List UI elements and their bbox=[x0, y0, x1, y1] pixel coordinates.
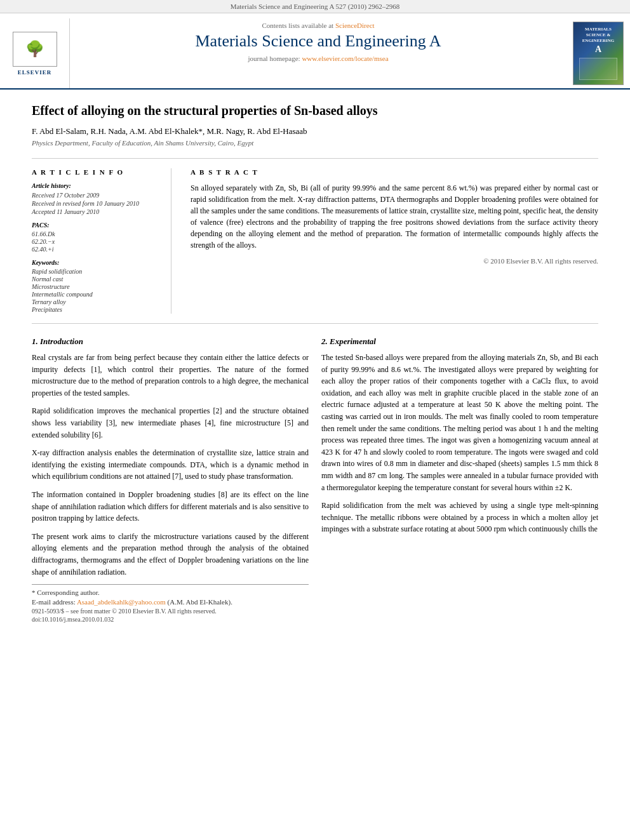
section1-paragraph5: The present work aims to clarify the mic… bbox=[32, 531, 309, 578]
abstract-column: A B S T R A C T Sn alloyed separately wi… bbox=[184, 168, 598, 314]
abstract-label: A B S T R A C T bbox=[191, 168, 598, 176]
article-info-label: A R T I C L E I N F O bbox=[32, 168, 158, 176]
keywords-label: Keywords: bbox=[32, 259, 158, 266]
journal-header: 🌳 ELSEVIER Contents lists available at S… bbox=[0, 13, 630, 90]
section1-paragraph4: The information contained in Doppler bro… bbox=[32, 489, 309, 524]
email-address: Asaad_abdelkahlk@yahoo.com bbox=[77, 598, 168, 606]
journal-cover-image: MATERIALS SCIENCE & ENGINEERING A bbox=[573, 22, 624, 85]
article-authors: F. Abd El-Salam, R.H. Nada, A.M. Abd El-… bbox=[32, 126, 598, 137]
cover-line-4: A bbox=[582, 44, 615, 55]
journal-name: Materials Science and Engineering A bbox=[76, 32, 560, 51]
revised-date: Received in revised form 10 January 2010 bbox=[32, 200, 158, 207]
journal-cover-section: MATERIALS SCIENCE & ENGINEERING A bbox=[566, 18, 630, 88]
email-label: E-mail address: bbox=[32, 598, 77, 606]
received-date: Received 17 October 2009 bbox=[32, 192, 158, 199]
keyword-3: Microstructure bbox=[32, 283, 158, 290]
doi-line: doi:10.1016/j.msea.2010.01.032 bbox=[32, 616, 309, 623]
footnote-star: * Corresponding author. bbox=[32, 589, 309, 596]
abstract-text: Sn alloyed separately with Zn, Sb, Bi (a… bbox=[191, 182, 598, 251]
history-label: Article history: bbox=[32, 182, 158, 189]
pacs-1: 61.66.Dk bbox=[32, 230, 158, 237]
sciencedirect-link[interactable]: ScienceDirect bbox=[335, 22, 375, 29]
article-body: 1. Introduction Real crystals are far fr… bbox=[32, 337, 598, 624]
accepted-date: Accepted 11 January 2010 bbox=[32, 208, 158, 215]
keyword-6: Precipitates bbox=[32, 306, 158, 313]
footnote-email-line: E-mail address: Asaad_abdelkahlk@yahoo.c… bbox=[32, 598, 309, 606]
email-suffix: (A.M. Abd El-Khalek). bbox=[168, 598, 232, 606]
body-right-column: 2. Experimental The tested Sn-based allo… bbox=[321, 337, 598, 624]
pacs-label: PACS: bbox=[32, 222, 158, 229]
article-page: Effect of alloying on the structural pro… bbox=[0, 90, 630, 643]
journal-homepage-line: journal homepage: www.elsevier.com/locat… bbox=[76, 55, 560, 62]
article-title: Effect of alloying on the structural pro… bbox=[32, 102, 598, 119]
keyword-1: Rapid solidification bbox=[32, 268, 158, 275]
cover-line-1: MATERIALS bbox=[582, 27, 615, 32]
keyword-2: Normal cast bbox=[32, 276, 158, 283]
elsevier-logo-box: 🌳 bbox=[13, 32, 57, 67]
pacs-2: 62.20.−x bbox=[32, 238, 158, 245]
contents-prefix: Contents lists available at bbox=[262, 22, 335, 29]
keyword-5: Ternary alloy bbox=[32, 298, 158, 305]
section2-title: 2. Experimental bbox=[321, 337, 598, 347]
section1-paragraph2: Rapid solidification improves the mechan… bbox=[32, 405, 309, 441]
article-affiliation: Physics Department, Faculty of Education… bbox=[32, 139, 598, 147]
homepage-link[interactable]: www.elsevier.com/locate/msea bbox=[302, 55, 388, 62]
pacs-3: 62.40.+i bbox=[32, 246, 158, 253]
journal-citation: Materials Science and Engineering A 527 … bbox=[231, 3, 400, 10]
article-info-column: A R T I C L E I N F O Article history: R… bbox=[32, 168, 171, 314]
elsevier-tree-icon: 🌳 bbox=[25, 40, 44, 58]
keyword-4: Intermetallic compound bbox=[32, 291, 158, 298]
sciencedirect-line: Contents lists available at ScienceDirec… bbox=[76, 22, 560, 29]
section1-paragraph1: Real crystals are far from being perfect… bbox=[32, 352, 309, 399]
cover-line-2: SCIENCE & bbox=[582, 32, 615, 38]
copyright-line: © 2010 Elsevier B.V. All rights reserved… bbox=[191, 257, 598, 265]
elsevier-logo-section: 🌳 ELSEVIER bbox=[0, 18, 70, 88]
article-meta-section: A R T I C L E I N F O Article history: R… bbox=[32, 158, 598, 324]
section2-paragraph2: Rapid solidification from the melt was a… bbox=[321, 500, 598, 535]
cover-line-3: ENGINEERING bbox=[582, 38, 615, 44]
section2-paragraph1: The tested Sn-based alloys were prepared… bbox=[321, 352, 598, 493]
body-left-column: 1. Introduction Real crystals are far fr… bbox=[32, 337, 309, 624]
elsevier-wordmark: ELSEVIER bbox=[18, 69, 52, 76]
section1-title: 1. Introduction bbox=[32, 337, 309, 347]
footnote-area: * Corresponding author. E-mail address: … bbox=[32, 584, 309, 623]
homepage-prefix: journal homepage: bbox=[248, 55, 302, 62]
section1-paragraph3: X-ray diffraction analysis enables the d… bbox=[32, 447, 309, 483]
top-bar: Materials Science and Engineering A 527 … bbox=[0, 0, 630, 13]
journal-title-section: Contents lists available at ScienceDirec… bbox=[70, 18, 566, 88]
bottom-copyright: 0921-5093/$ – see front matter © 2010 El… bbox=[32, 608, 309, 615]
